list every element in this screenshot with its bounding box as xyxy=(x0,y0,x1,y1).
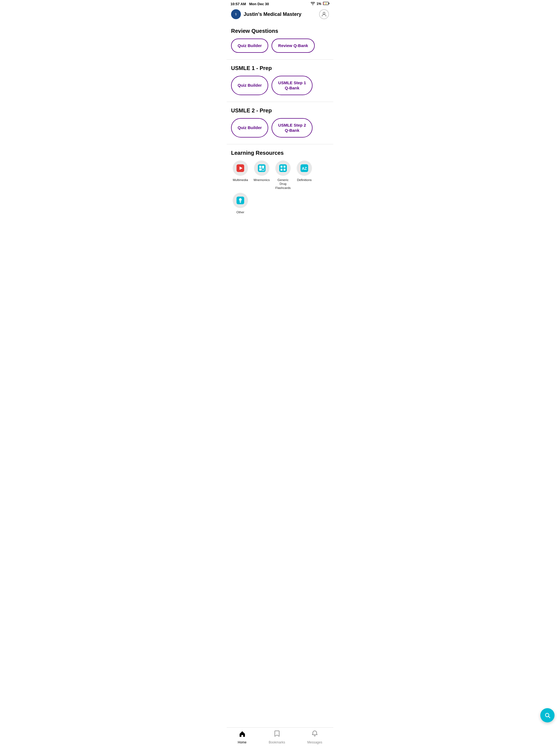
app-header: ⚕ Justin's Medical Mastery xyxy=(227,7,333,22)
nav-home[interactable]: Home xyxy=(238,730,247,744)
section-usmle2-prep: USMLE 2 - Prep Quiz Builder USMLE Step 2… xyxy=(227,102,333,145)
section-usmle1-prep: USMLE 1 - Prep Quiz Builder USMLE Step 1… xyxy=(227,60,333,102)
section-title-usmle1: USMLE 1 - Prep xyxy=(231,65,329,71)
section-learning-resources: Learning Resources Multimedia xyxy=(227,145,333,221)
quiz-builder-u1-button[interactable]: Quiz Builder xyxy=(231,76,268,95)
resource-generic-drug-flashcards[interactable]: Generic Drug Flashcards xyxy=(274,160,292,190)
app-header-left: ⚕ Justin's Medical Mastery xyxy=(231,9,301,19)
svg-rect-2 xyxy=(323,2,324,5)
main-content: Review Questions Quiz Builder Review Q-B… xyxy=(227,22,333,747)
multimedia-icon xyxy=(236,164,245,172)
svg-rect-24 xyxy=(240,202,241,203)
multimedia-label: Multimedia xyxy=(233,178,248,182)
status-date: Mon Dec 30 xyxy=(249,2,269,6)
usmle-step2-qbank-button[interactable]: USMLE Step 2 Q-Bank xyxy=(272,118,312,137)
other-icon-circle xyxy=(233,193,248,208)
svg-rect-13 xyxy=(262,169,264,171)
svg-rect-1 xyxy=(329,3,330,4)
review-questions-buttons: Quiz Builder Review Q-Bank xyxy=(231,38,329,53)
mnemonics-label: Mnemonics xyxy=(254,178,270,182)
bookmark-icon xyxy=(274,730,280,739)
section-title-usmle2: USMLE 2 - Prep xyxy=(231,107,329,114)
svg-point-6 xyxy=(323,12,325,14)
section-title-review-questions: Review Questions xyxy=(231,28,329,34)
svg-rect-14 xyxy=(279,164,287,172)
other-icon xyxy=(236,196,245,205)
nav-home-label: Home xyxy=(238,741,247,744)
status-bar: 10:57 AM Mon Dec 30 1% ⚡ xyxy=(227,0,333,7)
section-title-learning-resources: Learning Resources xyxy=(231,150,329,156)
nav-messages-label: Messages xyxy=(307,741,322,744)
resource-definitions[interactable]: AZ Definitions xyxy=(295,160,314,190)
svg-text:⚕: ⚕ xyxy=(235,12,237,17)
svg-rect-15 xyxy=(281,166,282,168)
definitions-icon-circle: AZ xyxy=(297,160,312,176)
svg-rect-11 xyxy=(262,166,264,168)
multimedia-icon-circle xyxy=(233,160,248,176)
svg-rect-12 xyxy=(259,169,261,171)
status-icons: 1% ⚡ xyxy=(311,2,330,6)
battery-icon: ⚡ xyxy=(323,2,330,6)
nav-bookmarks-label: Bookmarks xyxy=(269,741,285,744)
home-icon xyxy=(239,730,246,739)
other-label: Other xyxy=(236,210,245,214)
resource-multimedia[interactable]: Multimedia xyxy=(231,160,250,190)
svg-rect-10 xyxy=(259,166,261,168)
usmle1-buttons: Quiz Builder USMLE Step 1 Q-Bank xyxy=(231,76,329,95)
resources-grid: Multimedia Mnemonics xyxy=(231,160,329,215)
flashcards-icon-circle xyxy=(275,160,291,176)
svg-rect-23 xyxy=(239,201,241,202)
review-qbank-button[interactable]: Review Q-Bank xyxy=(272,38,314,53)
svg-rect-16 xyxy=(284,166,285,168)
section-review-questions: Review Questions Quiz Builder Review Q-B… xyxy=(227,22,333,60)
status-time-date: 10:57 AM Mon Dec 30 xyxy=(230,2,269,6)
resource-mnemonics[interactable]: Mnemonics xyxy=(252,160,271,190)
nav-messages[interactable]: Messages xyxy=(307,730,322,744)
svg-point-22 xyxy=(239,198,242,201)
svg-text:⚡: ⚡ xyxy=(325,2,327,5)
app-logo: ⚕ xyxy=(231,9,241,19)
definitions-icon: AZ xyxy=(300,164,308,172)
mnemonics-icon xyxy=(258,164,266,172)
svg-rect-17 xyxy=(281,169,282,171)
quiz-builder-rq-button[interactable]: Quiz Builder xyxy=(231,38,268,53)
quiz-builder-u2-button[interactable]: Quiz Builder xyxy=(231,118,268,137)
flashcards-label: Generic Drug Flashcards xyxy=(274,178,292,190)
svg-rect-18 xyxy=(284,169,285,171)
resource-other[interactable]: Other xyxy=(231,193,250,214)
svg-text:AZ: AZ xyxy=(302,166,307,171)
nav-bookmarks[interactable]: Bookmarks xyxy=(269,730,285,744)
svg-rect-9 xyxy=(258,164,265,172)
battery-percent: 1% xyxy=(316,2,321,6)
wifi-icon xyxy=(311,2,315,6)
status-time: 10:57 AM xyxy=(230,2,246,6)
bottom-nav: Home Bookmarks Messages xyxy=(227,727,333,747)
usmle2-buttons: Quiz Builder USMLE Step 2 Q-Bank xyxy=(231,118,329,137)
bell-icon xyxy=(311,730,318,739)
definitions-label: Definitions xyxy=(297,178,312,182)
flashcards-icon xyxy=(279,164,287,172)
usmle-step1-qbank-button[interactable]: USMLE Step 1 Q-Bank xyxy=(272,76,312,95)
profile-button[interactable] xyxy=(319,9,329,19)
mnemonics-icon-circle xyxy=(254,160,269,176)
app-title: Justin's Medical Mastery xyxy=(244,11,301,17)
